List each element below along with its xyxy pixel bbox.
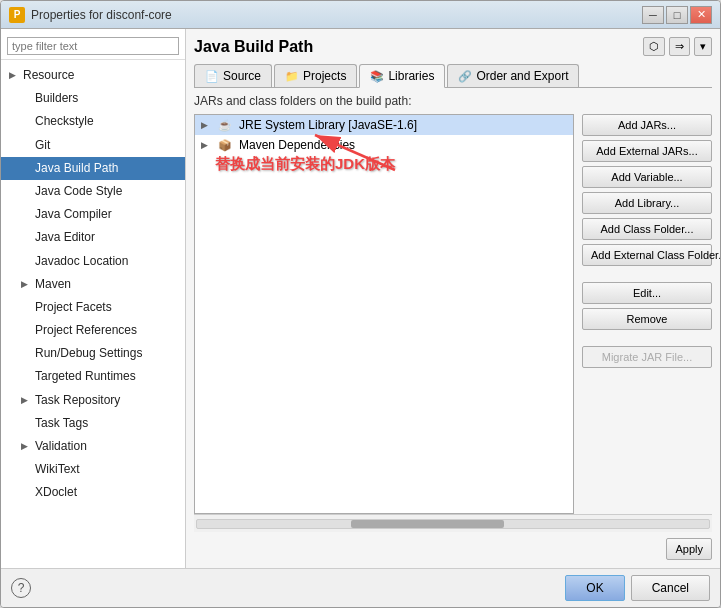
add-external-class-folder-button[interactable]: Add External Class Folder... [582, 244, 712, 266]
filter-box [1, 33, 185, 60]
title-controls: ─ □ ✕ [642, 6, 712, 24]
scrollbar-thumb [351, 520, 505, 528]
jre-expand-arrow: ▶ [201, 120, 211, 130]
sidebar-item-wikitext[interactable]: WikiText [1, 458, 185, 481]
maven-expand-arrow: ▶ [201, 140, 211, 150]
expand-arrow: ▶ [21, 393, 31, 407]
ok-button[interactable]: OK [565, 575, 624, 601]
title-bar: P Properties for disconf-core ─ □ ✕ [1, 1, 720, 29]
sidebar-item-git[interactable]: Git [1, 134, 185, 157]
build-path-content: ▶ ☕ JRE System Library [JavaSE-1.6] ▶ 📦 … [194, 114, 712, 514]
remove-button[interactable]: Remove [582, 308, 712, 330]
add-jars-button[interactable]: Add JARs... [582, 114, 712, 136]
main-header: Java Build Path ⬡ ⇒ ▾ [194, 37, 712, 56]
add-library-button[interactable]: Add Library... [582, 192, 712, 214]
bottom-bar: ? OK Cancel [1, 568, 720, 607]
maximize-button[interactable]: □ [666, 6, 688, 24]
sidebar-label: WikiText [35, 460, 80, 479]
sidebar-item-run-debug[interactable]: Run/Debug Settings [1, 342, 185, 365]
sidebar-item-resource[interactable]: ▶ Resource [1, 64, 185, 87]
add-variable-button[interactable]: Add Variable... [582, 166, 712, 188]
sidebar-label: Java Editor [35, 228, 95, 247]
annotation-overlay: 替换成当前安装的JDK版本 [215, 155, 395, 174]
nav-forward-button[interactable]: ⇒ [669, 37, 690, 56]
sidebar-label: Java Compiler [35, 205, 112, 224]
content-area: ▶ Resource Builders Checkstyle Git Java … [1, 29, 720, 568]
nav-back-button[interactable]: ⬡ [643, 37, 665, 56]
sidebar-item-java-code-style[interactable]: Java Code Style [1, 180, 185, 203]
libraries-tab-icon: 📚 [370, 70, 384, 83]
window-icon: P [9, 7, 25, 23]
cancel-button[interactable]: Cancel [631, 575, 710, 601]
dialog-buttons: OK Cancel [565, 575, 710, 601]
minimize-button[interactable]: ─ [642, 6, 664, 24]
projects-tab-icon: 📁 [285, 70, 299, 83]
sidebar-item-project-facets[interactable]: Project Facets [1, 296, 185, 319]
buttons-panel: Add JARs... Add External JARs... Add Var… [582, 114, 712, 514]
maven-icon: 📦 [217, 137, 233, 153]
sidebar-item-task-repository[interactable]: ▶ Task Repository [1, 389, 185, 412]
sidebar-label: Validation [35, 437, 87, 456]
sidebar-label: Git [35, 136, 50, 155]
sidebar-label: Run/Debug Settings [35, 344, 142, 363]
sidebar-item-java-editor[interactable]: Java Editor [1, 226, 185, 249]
sidebar-label: Project References [35, 321, 137, 340]
tab-order-export[interactable]: 🔗 Order and Export [447, 64, 579, 87]
close-button[interactable]: ✕ [690, 6, 712, 24]
sidebar-item-javadoc-location[interactable]: Javadoc Location [1, 250, 185, 273]
filter-input[interactable] [7, 37, 179, 55]
properties-window: P Properties for disconf-core ─ □ ✕ ▶ Re… [0, 0, 721, 608]
sidebar-item-checkstyle[interactable]: Checkstyle [1, 110, 185, 133]
build-path-description: JARs and class folders on the build path… [194, 94, 712, 108]
sidebar-label: Targeted Runtimes [35, 367, 136, 386]
sidebar-label: Builders [35, 89, 78, 108]
add-external-jars-button[interactable]: Add External JARs... [582, 140, 712, 162]
annotation-text: 替换成当前安装的JDK版本 [215, 155, 395, 172]
edit-button[interactable]: Edit... [582, 282, 712, 304]
sidebar-item-java-build-path[interactable]: Java Build Path [1, 157, 185, 180]
scrollbar-area [194, 514, 712, 532]
sidebar-item-targeted-runtimes[interactable]: Targeted Runtimes [1, 365, 185, 388]
source-tab-icon: 📄 [205, 70, 219, 83]
sidebar-label: Java Build Path [35, 159, 118, 178]
sidebar-item-builders[interactable]: Builders [1, 87, 185, 110]
jre-label: JRE System Library [JavaSE-1.6] [239, 118, 417, 132]
sidebar-label: Resource [23, 66, 74, 85]
nav-dropdown-button[interactable]: ▾ [694, 37, 712, 56]
tab-source[interactable]: 📄 Source [194, 64, 272, 87]
window-title: Properties for disconf-core [31, 8, 172, 22]
migrate-jar-file-button[interactable]: Migrate JAR File... [582, 346, 712, 368]
main-panel: Java Build Path ⬡ ⇒ ▾ 📄 Source 📁 Project… [186, 29, 720, 568]
nav-buttons: ⬡ ⇒ ▾ [643, 37, 712, 56]
sidebar-label: Checkstyle [35, 112, 94, 131]
sidebar-label: Maven [35, 275, 71, 294]
order-tab-icon: 🔗 [458, 70, 472, 83]
tab-libraries[interactable]: 📚 Libraries [359, 64, 445, 88]
entries-list: ▶ ☕ JRE System Library [JavaSE-1.6] ▶ 📦 … [194, 114, 574, 514]
sidebar-label: Java Code Style [35, 182, 122, 201]
apply-row: Apply [194, 538, 712, 560]
sidebar-item-xdoclet[interactable]: XDoclet [1, 481, 185, 504]
entry-maven-dependencies[interactable]: ▶ 📦 Maven Dependencies [195, 135, 573, 155]
sidebar-item-java-compiler[interactable]: Java Compiler [1, 203, 185, 226]
title-bar-left: P Properties for disconf-core [9, 7, 172, 23]
sidebar-item-task-tags[interactable]: Task Tags [1, 412, 185, 435]
add-class-folder-button[interactable]: Add Class Folder... [582, 218, 712, 240]
tab-libraries-label: Libraries [388, 69, 434, 83]
tab-projects[interactable]: 📁 Projects [274, 64, 357, 87]
entry-jre-system-library[interactable]: ▶ ☕ JRE System Library [JavaSE-1.6] [195, 115, 573, 135]
page-title: Java Build Path [194, 38, 313, 56]
sidebar: ▶ Resource Builders Checkstyle Git Java … [1, 29, 186, 568]
sidebar-label: Project Facets [35, 298, 112, 317]
tab-source-label: Source [223, 69, 261, 83]
help-button[interactable]: ? [11, 578, 31, 598]
expand-arrow: ▶ [9, 68, 19, 82]
apply-button[interactable]: Apply [666, 538, 712, 560]
sidebar-item-validation[interactable]: ▶ Validation [1, 435, 185, 458]
sidebar-item-maven[interactable]: ▶ Maven [1, 273, 185, 296]
sidebar-item-project-references[interactable]: Project References [1, 319, 185, 342]
expand-arrow: ▶ [21, 277, 31, 291]
scrollbar-track[interactable] [196, 519, 710, 529]
tab-projects-label: Projects [303, 69, 346, 83]
expand-arrow: ▶ [21, 439, 31, 453]
